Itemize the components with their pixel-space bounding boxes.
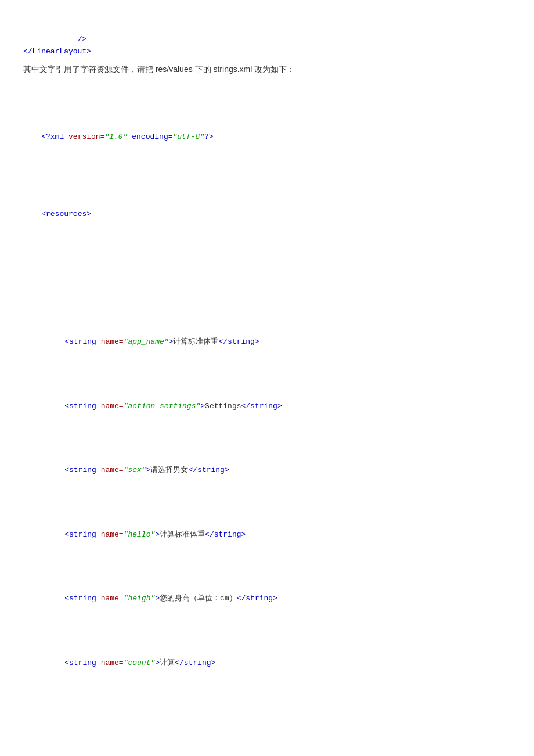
linearlayout-close: </LinearLayout> [23,47,91,56]
description-text: 其中文字引用了字符资源文件，请把 res/values 下的 strings.x… [23,62,511,77]
string-count-line: <string name="count">计算</string> [23,644,511,682]
blank-line-1 [23,272,511,285]
string-app-name-line: <string name="app_name">计算标准体重</string> [23,323,511,361]
self-close-tag: /> [78,35,87,44]
string-action-settings-line: <string name="action_settings">Settings<… [23,387,511,426]
top-section [23,12,511,12]
resources-open-line: <resources> [23,195,511,233]
indent-space [23,35,78,44]
top-divider [23,12,511,12]
xml-code-block: <?xml version="1.0" encoding="utf-8"?> <… [23,80,511,756]
blank-line-2 [23,721,511,733]
closing-tags-block: /> </LinearLayout> [23,21,511,57]
xml-declaration-line: <?xml version="1.0" encoding="utf-8"?> [23,118,511,156]
string-sex-line: <string name="sex">请选择男女</string> [23,451,511,489]
string-heigh-line: <string name="heigh">您的身高（单位：cm）</string… [23,579,511,618]
string-hello-line: <string name="hello">计算标准体重</string> [23,516,511,554]
